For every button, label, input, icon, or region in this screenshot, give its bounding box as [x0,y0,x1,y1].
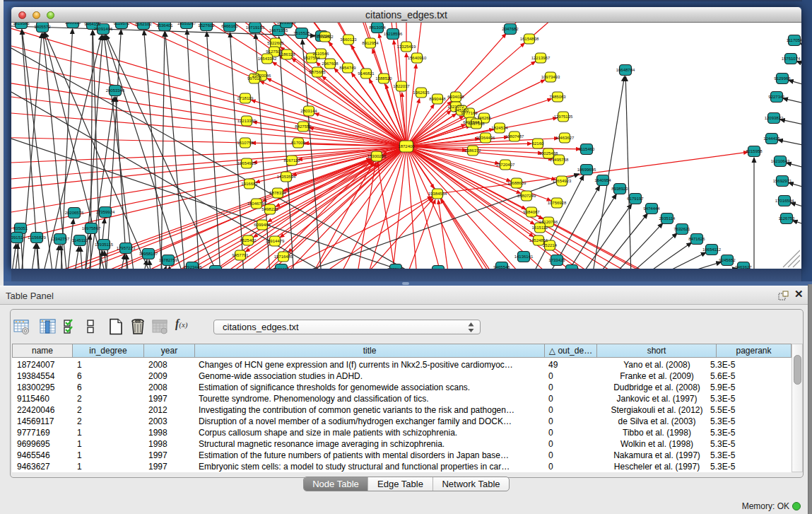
svg-text:12213967: 12213967 [531,56,551,60]
svg-text:12935115: 12935115 [95,243,114,247]
svg-text:2718119: 2718119 [237,96,254,100]
svg-text:16671355: 16671355 [269,28,288,33]
svg-text:8471626: 8471626 [688,237,705,241]
svg-text:1640954: 1640954 [594,178,611,182]
svg-text:8427552: 8427552 [295,124,312,129]
svg-text:9527504: 9527504 [303,56,320,60]
svg-text:12093822: 12093822 [765,116,784,120]
svg-text:7515525: 7515525 [293,31,310,35]
svg-text:15751074: 15751074 [782,57,801,61]
svg-text:16120746: 16120746 [539,220,558,224]
svg-text:17016504: 17016504 [775,199,794,203]
svg-text:6497568: 6497568 [468,122,485,126]
svg-text:1733426: 1733426 [548,258,565,262]
svg-text:12213369: 12213369 [237,119,257,123]
svg-text:6934028: 6934028 [447,95,464,99]
svg-text:15716485: 15716485 [274,255,293,259]
svg-text:8813054: 8813054 [369,25,386,30]
svg-text:1822037: 1822037 [393,84,410,88]
svg-text:9777169: 9777169 [461,111,478,115]
svg-text:2386372: 2386372 [464,148,481,153]
svg-text:10719155: 10719155 [246,25,265,30]
svg-text:6099489: 6099489 [254,223,271,227]
svg-text:20364436: 20364436 [476,136,495,140]
svg-text:20091406: 20091406 [94,27,113,31]
svg-text:9463627: 9463627 [563,268,580,269]
svg-text:9457791: 9457791 [232,253,249,257]
svg-text:1615112: 1615112 [532,226,549,230]
svg-text:10463627: 10463627 [555,136,575,140]
svg-text:9463627: 9463627 [735,265,752,269]
svg-text:17359924: 17359924 [96,210,115,214]
svg-text:16782759: 16782759 [159,258,178,262]
svg-text:62160: 62160 [532,141,544,146]
svg-text:1244415: 1244415 [763,136,780,141]
svg-text:19384554: 19384554 [428,192,447,196]
svg-text:1916682: 1916682 [241,182,258,186]
svg-text:13325419: 13325419 [397,45,416,49]
svg-text:3660123: 3660123 [340,37,357,42]
svg-text:1588520: 1588520 [375,76,392,81]
svg-text:12342757: 12342757 [51,237,70,241]
svg-text:17957223: 17957223 [117,246,136,250]
svg-text:8938923: 8938923 [611,187,628,191]
svg-text:1145119: 1145119 [72,238,88,243]
svg-text:9464152: 9464152 [84,23,101,26]
svg-text:20053346: 20053346 [106,88,125,93]
svg-text:10975867: 10975867 [82,226,101,230]
svg-text:746266: 746266 [477,116,492,120]
svg-text:5875685: 5875685 [309,70,326,74]
svg-text:16033809: 16033809 [277,23,296,25]
svg-text:1905110: 1905110 [65,23,82,25]
svg-text:1527602: 1527602 [198,23,215,28]
svg-text:19218596: 19218596 [384,32,403,36]
svg-text:16210643: 16210643 [771,159,790,163]
svg-text:8215958: 8215958 [746,149,763,153]
svg-text:9115460: 9115460 [579,147,596,151]
svg-text:9777169: 9777169 [387,267,404,269]
svg-text:14136141: 14136141 [514,255,534,259]
svg-text:9606613: 9606613 [273,267,290,269]
svg-text:14524851: 14524851 [529,238,548,243]
svg-text:9474444: 9474444 [643,206,660,211]
svg-text:1362615: 1362615 [413,90,430,95]
svg-text:5878334: 5878334 [269,191,286,195]
svg-text:20206576: 20206576 [65,211,84,215]
svg-text:5322605: 5322605 [267,41,284,45]
svg-text:2047682: 2047682 [502,27,519,31]
svg-text:9146821: 9146821 [358,71,375,76]
svg-text:10973493: 10973493 [541,75,560,79]
svg-text:6466160: 6466160 [221,24,238,28]
svg-text:9129966: 9129966 [774,76,791,81]
svg-text:15046756: 15046756 [247,201,266,206]
svg-text:19654925: 19654925 [237,161,257,165]
svg-text:16914479: 16914479 [266,239,285,243]
svg-text:14353594: 14353594 [277,175,296,179]
svg-text:10025438: 10025438 [539,151,558,156]
svg-text:8912954: 8912954 [362,41,379,45]
svg-text:2935114: 2935114 [659,216,676,221]
svg-text:10958107: 10958107 [139,252,158,256]
svg-text:1872400: 1872400 [398,144,415,148]
svg-text:2110546: 2110546 [313,52,330,56]
svg-text:7663822: 7663822 [317,35,334,39]
svg-text:10654112: 10654112 [702,247,722,252]
svg-text:7485063: 7485063 [549,95,566,99]
svg-text:6179197: 6179197 [627,197,644,201]
svg-text:5498222: 5498222 [261,207,278,211]
svg-text:1610755: 1610755 [237,141,254,145]
svg-text:1405572: 1405572 [34,25,51,29]
svg-text:10688609: 10688609 [507,181,526,185]
svg-text:8990448: 8990448 [429,97,446,101]
svg-text:10807487: 10807487 [505,134,524,139]
svg-text:1117054: 1117054 [787,38,801,42]
svg-text:10699695: 10699695 [577,168,596,172]
svg-text:2967608: 2967608 [322,62,339,66]
svg-text:16543342: 16543342 [258,57,277,61]
svg-text:7625402: 7625402 [240,238,257,243]
svg-text:8267110: 8267110 [284,158,301,163]
svg-text:16154808: 16154808 [520,37,539,41]
svg-text:7632621: 7632621 [673,227,690,231]
svg-text:1819585: 1819585 [13,23,30,25]
svg-text:39151: 39151 [11,235,23,240]
